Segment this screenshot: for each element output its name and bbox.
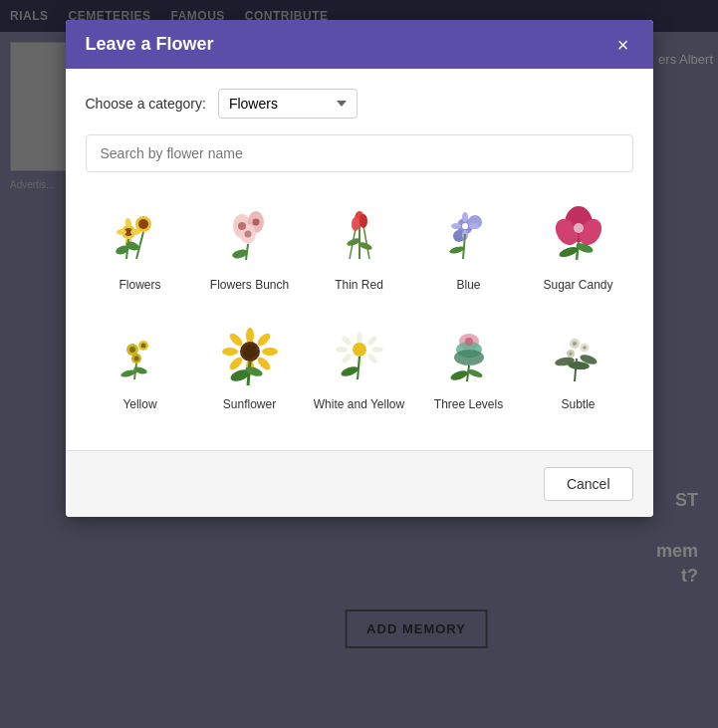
flowers-grid: Flowers [86, 192, 633, 420]
flower-name-yellow: Yellow [122, 397, 156, 413]
flower-name-sunflower: Sunflower [223, 397, 276, 413]
svg-point-34 [469, 223, 479, 229]
modal-footer: Cancel [66, 450, 653, 517]
svg-point-33 [451, 223, 461, 229]
svg-point-70 [371, 347, 383, 353]
category-select[interactable]: Flowers Plants Trees [218, 89, 358, 119]
svg-point-88 [573, 342, 577, 346]
category-label: Choose a category: [86, 96, 206, 112]
flower-svg-white-yellow [324, 320, 395, 391]
flower-item-sugar-candy[interactable]: Sugar Candy [524, 192, 633, 302]
flower-item-subtle[interactable]: Subtle [524, 312, 633, 421]
flower-item-yellow[interactable]: Yellow [86, 312, 195, 421]
svg-point-71 [340, 334, 353, 347]
category-row: Choose a category: Flowers Plants Trees [86, 89, 633, 119]
flower-svg-sunflower [214, 320, 286, 391]
flower-svg-blue [433, 200, 505, 272]
svg-point-24 [352, 217, 359, 231]
flower-name-blue: Blue [456, 278, 480, 294]
flower-svg-thin-red [324, 200, 395, 272]
svg-point-41 [574, 223, 584, 233]
svg-point-3 [138, 219, 148, 229]
svg-point-67 [357, 332, 362, 344]
svg-point-7 [130, 229, 140, 235]
flower-item-bunch[interactable]: Flowers Bunch [195, 192, 305, 302]
flower-item-blue[interactable]: Blue [414, 192, 524, 302]
cancel-button[interactable]: Cancel [544, 467, 633, 501]
modal-close-button[interactable]: × [613, 35, 633, 55]
svg-point-74 [365, 352, 378, 364]
flower-item-flowers[interactable]: Flowers [86, 192, 195, 302]
svg-point-56 [222, 348, 238, 356]
svg-point-73 [340, 352, 353, 364]
flower-svg-three-levels [433, 320, 505, 391]
svg-line-22 [363, 226, 369, 259]
flower-item-thin-red[interactable]: Thin Red [305, 192, 414, 302]
search-input[interactable] [86, 134, 633, 172]
flower-svg-sugar-candy [543, 200, 614, 272]
svg-point-69 [336, 347, 348, 353]
svg-point-60 [227, 355, 244, 371]
flower-name-sugar-candy: Sugar Candy [543, 278, 612, 294]
modal-body: Choose a category: Flowers Plants Trees [66, 69, 653, 450]
flower-svg-yellow [105, 320, 176, 391]
svg-point-35 [462, 223, 468, 229]
svg-point-81 [465, 338, 473, 346]
flower-item-three-levels[interactable]: Three Levels [414, 312, 524, 421]
svg-point-80 [454, 350, 484, 365]
flower-svg-subtle [543, 320, 614, 391]
svg-point-63 [243, 345, 257, 359]
flower-name-white-yellow: White and Yellow [314, 397, 404, 413]
flower-name-bunch: Flowers Bunch [210, 278, 289, 294]
svg-point-49 [140, 343, 145, 348]
svg-point-25 [359, 214, 367, 228]
flower-name-three-levels: Three Levels [434, 397, 503, 413]
svg-point-77 [340, 364, 359, 378]
svg-point-59 [255, 331, 272, 348]
modal-header: Leave a Flower × [66, 20, 653, 69]
svg-point-16 [252, 219, 259, 226]
svg-point-90 [569, 352, 573, 356]
flower-svg-flowers [105, 200, 176, 272]
flower-svg-bunch [214, 200, 286, 272]
svg-point-57 [262, 348, 278, 356]
modal: Leave a Flower × Choose a category: Flow… [66, 20, 653, 517]
svg-point-58 [227, 331, 244, 348]
svg-point-50 [133, 356, 138, 361]
flower-item-sunflower[interactable]: Sunflower [195, 312, 305, 421]
flower-name-subtle: Subtle [561, 397, 595, 413]
svg-point-72 [365, 334, 378, 347]
svg-point-83 [449, 368, 469, 382]
svg-point-75 [353, 343, 366, 357]
flower-name-flowers: Flowers [119, 278, 160, 294]
flower-name-thin-red: Thin Red [335, 278, 383, 294]
svg-point-15 [238, 222, 246, 230]
svg-point-6 [117, 229, 126, 235]
svg-point-89 [583, 346, 587, 350]
modal-overlay: Leave a Flower × Choose a category: Flow… [0, 0, 718, 728]
modal-title: Leave a Flower [86, 34, 214, 55]
svg-point-17 [244, 231, 251, 238]
svg-point-48 [129, 347, 135, 353]
flower-item-white-yellow[interactable]: White and Yellow [305, 312, 414, 421]
svg-point-54 [246, 328, 254, 344]
svg-point-31 [462, 212, 468, 222]
